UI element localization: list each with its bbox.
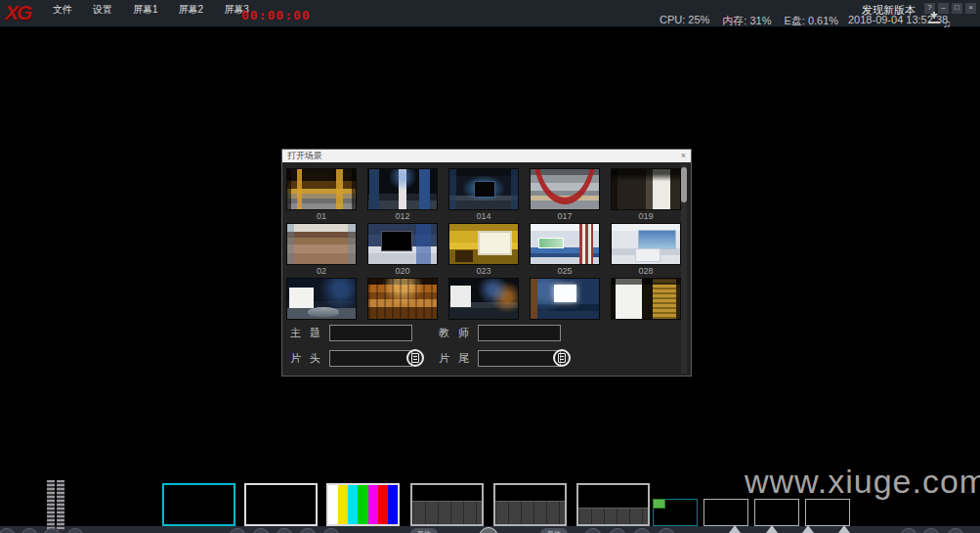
menu-bar: 文件设置屏幕1屏幕2屏幕3 — [51, 3, 251, 17]
preview-monitor-8[interactable] — [703, 499, 748, 526]
scene-thumbnail-023[interactable] — [448, 223, 519, 265]
preview-monitor-4[interactable] — [410, 483, 484, 526]
subject-input[interactable] — [329, 325, 412, 341]
close-button[interactable]: × — [965, 3, 976, 14]
live-indicator — [653, 499, 665, 509]
menu-item-3[interactable]: 屏幕1 — [131, 3, 160, 17]
scene-thumbnail-014[interactable] — [448, 168, 519, 210]
scene-label: 028 — [611, 266, 681, 277]
watermark: www.xiuge.com — [745, 463, 980, 501]
preview-monitor-1[interactable] — [162, 483, 235, 526]
scene-label: 025 — [530, 266, 600, 277]
maximize-button[interactable]: □ — [952, 3, 962, 14]
scene-thumbnail-01[interactable] — [286, 168, 357, 210]
preview-monitor-7[interactable] — [653, 499, 698, 526]
scene-cell: 01 — [286, 168, 357, 222]
scene-cell — [611, 278, 681, 320]
dialog-title: 打开场景 — [287, 150, 322, 162]
file-list-icon — [558, 353, 566, 363]
scene-thumbnail-028[interactable] — [611, 223, 681, 265]
scene-label: 023 — [448, 266, 519, 277]
intro-label: 片 头 — [290, 351, 323, 366]
preview-monitor-10[interactable] — [805, 499, 850, 526]
intro-input[interactable] — [329, 350, 412, 367]
window-controls: ?–□× — [924, 3, 976, 14]
subject-field-group: 主 题 — [290, 325, 412, 341]
scene-row-2: 02020023025028 — [286, 223, 681, 277]
music-note-icon[interactable] — [943, 14, 955, 24]
teacher-field-group: 教 师 — [439, 325, 561, 341]
scene-label: 012 — [367, 211, 438, 222]
scene-thumbnail-02[interactable] — [286, 223, 357, 265]
stat-2: 内存: 31% — [722, 14, 771, 28]
scene-row-3 — [286, 278, 681, 320]
grid-floor — [412, 501, 482, 524]
open-scene-dialog: 打开场景 × 0101201401701902020023025028 主 题 … — [281, 149, 692, 377]
subject-label: 主 题 — [290, 326, 323, 340]
color-bars — [328, 485, 398, 524]
menu-item-4[interactable]: 屏幕2 — [177, 3, 206, 17]
scene-label: 020 — [367, 266, 438, 277]
scene-cell — [367, 278, 438, 320]
up-arrow-icon[interactable] — [838, 525, 850, 533]
scene-thumbnail-019[interactable] — [611, 168, 681, 210]
scrollbar-thumb[interactable] — [681, 167, 687, 202]
outro-label: 片 尾 — [439, 351, 472, 366]
preview-monitor-5[interactable] — [493, 483, 567, 526]
scene-cell: 02 — [286, 223, 357, 277]
app-window: XG 文件设置屏幕1屏幕2屏幕3 00:00:00 发现新版本 ?–□× CPU… — [0, 0, 980, 533]
scene-cell: 020 — [367, 223, 438, 277]
scene-label: 01 — [286, 211, 357, 222]
stat-3: E盘: 0.61% — [785, 14, 839, 28]
teacher-input[interactable] — [478, 325, 561, 341]
preview-monitor-2[interactable] — [244, 483, 318, 526]
dialog-scrollbar[interactable] — [681, 164, 687, 374]
scene-cell: 025 — [530, 223, 600, 277]
scene-label: 019 — [611, 211, 681, 222]
preview-monitor-9[interactable] — [754, 499, 799, 526]
outro-browse-button[interactable] — [553, 349, 571, 367]
scene-thumbnail-025[interactable] — [530, 223, 600, 265]
scene-row-1: 01012014017019 — [286, 168, 681, 222]
scene-thumbnail[interactable] — [448, 278, 519, 320]
intro-browse-button[interactable] — [406, 349, 424, 367]
scene-thumbnail[interactable] — [367, 278, 438, 320]
top-menu-bar: XG 文件设置屏幕1屏幕2屏幕3 00:00:00 发现新版本 ?–□× CPU… — [0, 0, 980, 27]
scene-thumbnail-020[interactable] — [367, 223, 438, 265]
scene-cell — [286, 278, 357, 320]
up-arrow-icon[interactable] — [802, 525, 814, 533]
scene-cell — [530, 278, 600, 320]
timer-display: 00:00:00 — [241, 8, 311, 22]
minimize-button[interactable]: – — [938, 3, 949, 14]
menu-item-1[interactable]: 文件 — [51, 3, 74, 17]
scene-cell: 017 — [530, 168, 600, 222]
scene-cell: 028 — [611, 223, 681, 277]
download-icon[interactable] — [926, 14, 938, 24]
scene-cell: 014 — [448, 168, 519, 222]
outro-field-group: 片 尾 — [439, 350, 561, 367]
audio-level-meter — [47, 480, 55, 531]
teacher-label: 教 师 — [439, 326, 472, 340]
preview-monitor-3[interactable] — [326, 483, 400, 526]
menu-item-2[interactable]: 设置 — [91, 3, 114, 17]
app-logo: XG — [5, 1, 30, 24]
reset-button[interactable]: 复位 — [410, 528, 438, 533]
scene-label: 014 — [448, 211, 519, 222]
grid-floor — [495, 501, 565, 524]
scene-label: 017 — [530, 211, 600, 222]
preview-monitor-6[interactable] — [576, 483, 650, 526]
file-list-icon — [411, 353, 419, 363]
up-arrow-icon[interactable] — [766, 525, 778, 533]
up-arrow-icon[interactable] — [729, 525, 741, 533]
scene-thumbnail[interactable] — [611, 278, 681, 320]
scene-label: 02 — [286, 266, 357, 277]
scene-cell — [448, 278, 519, 320]
grid-floor — [578, 508, 648, 524]
scene-thumbnail-017[interactable] — [530, 168, 600, 210]
dialog-close-icon[interactable]: × — [681, 152, 686, 160]
scene-thumbnail[interactable] — [286, 278, 357, 320]
scene-thumbnail-012[interactable] — [367, 168, 438, 210]
outro-input[interactable] — [478, 350, 561, 367]
scene-thumbnail[interactable] — [530, 278, 600, 320]
reset-button[interactable]: 复位 — [540, 528, 568, 533]
